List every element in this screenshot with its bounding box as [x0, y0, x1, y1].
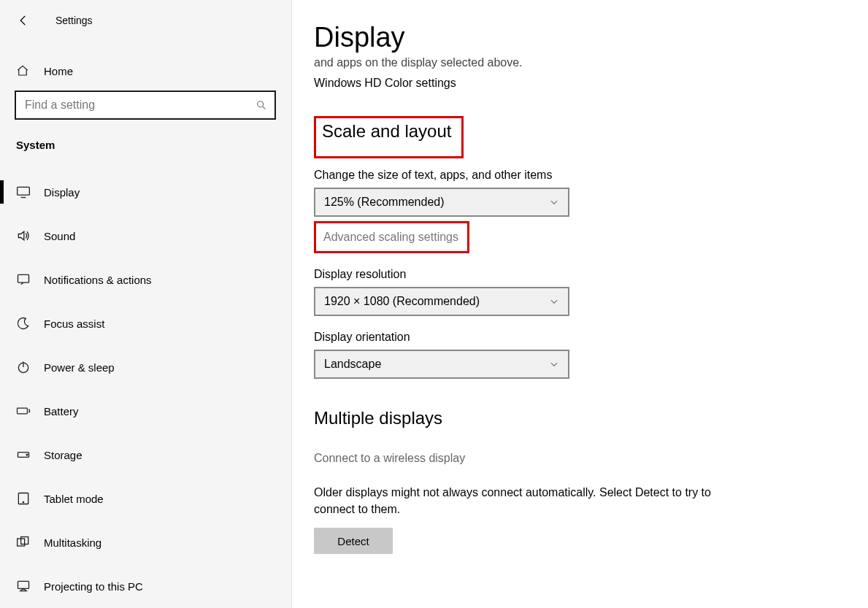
notifications-icon — [16, 272, 31, 287]
clipped-text: and apps on the display selected above. — [314, 56, 842, 69]
sound-icon — [16, 228, 31, 243]
detect-button[interactable]: Detect — [314, 528, 393, 554]
nav-label: Power & sleep — [44, 361, 115, 374]
advanced-scaling-link[interactable]: Advanced scaling settings — [323, 231, 458, 244]
content-pane: Display and apps on the display selected… — [292, 0, 868, 608]
home-label: Home — [44, 65, 73, 77]
search-box[interactable] — [15, 91, 276, 120]
projecting-icon — [16, 579, 31, 593]
back-arrow-icon — [17, 14, 30, 27]
power-icon — [16, 360, 31, 374]
resolution-value: 1920 × 1080 (Recommended) — [324, 295, 480, 308]
nav-label: Projecting to this PC — [44, 580, 143, 593]
battery-icon — [16, 404, 31, 418]
svg-point-8 — [23, 501, 23, 502]
chevron-down-icon — [549, 359, 559, 369]
connect-wireless-link[interactable]: Connect to a wireless display — [314, 452, 842, 465]
search-icon — [256, 99, 267, 111]
storage-icon — [16, 447, 31, 462]
orientation-value: Landscape — [324, 358, 381, 371]
search-input[interactable] — [25, 99, 256, 112]
app-title: Settings — [55, 15, 93, 26]
nav-label: Sound — [44, 230, 75, 242]
scale-layout-heading: Scale and layout — [322, 121, 451, 142]
page-title: Display — [314, 22, 842, 53]
multitasking-icon — [16, 535, 31, 550]
settings-sidebar: Settings Home System Display — [0, 0, 292, 608]
chevron-down-icon — [549, 296, 559, 307]
svg-rect-4 — [18, 408, 28, 414]
svg-rect-1 — [18, 187, 30, 195]
tablet-icon — [16, 491, 31, 506]
resolution-label: Display resolution — [314, 268, 842, 281]
nav-item-storage[interactable]: Storage — [0, 433, 291, 477]
nav-item-focus-assist[interactable]: Focus assist — [0, 301, 291, 345]
multiple-displays-heading: Multiple displays — [314, 408, 442, 428]
detect-label: Detect — [337, 535, 369, 547]
nav-label: Multitasking — [44, 536, 101, 549]
nav-label: Display — [44, 186, 80, 199]
category-label: System — [0, 139, 291, 151]
svg-point-0 — [258, 101, 264, 107]
nav-item-battery[interactable]: Battery — [0, 389, 291, 433]
nav-label: Battery — [44, 405, 79, 417]
svg-rect-2 — [18, 274, 29, 282]
highlight-scale-layout: Scale and layout — [314, 116, 464, 158]
scale-dropdown[interactable]: 125% (Recommended) — [314, 188, 569, 217]
focus-assist-icon — [16, 316, 31, 331]
nav-item-notifications[interactable]: Notifications & actions — [0, 258, 291, 301]
svg-point-6 — [26, 454, 28, 455]
nav-label: Tablet mode — [44, 493, 104, 505]
header-row: Settings — [0, 10, 291, 31]
home-nav[interactable]: Home — [0, 61, 291, 80]
display-icon — [16, 185, 31, 199]
nav-label: Notifications & actions — [44, 274, 152, 286]
nav-list: Display Sound Notifications & actions Fo… — [0, 170, 291, 608]
nav-item-tablet-mode[interactable]: Tablet mode — [0, 477, 291, 520]
svg-rect-11 — [18, 581, 29, 588]
hd-color-link[interactable]: Windows HD Color settings — [314, 77, 842, 90]
nav-item-power-sleep[interactable]: Power & sleep — [0, 345, 291, 389]
resolution-dropdown[interactable]: 1920 × 1080 (Recommended) — [314, 287, 569, 316]
scale-value: 125% (Recommended) — [324, 196, 445, 209]
search-container — [0, 91, 291, 120]
orientation-dropdown[interactable]: Landscape — [314, 350, 569, 379]
detect-help-text: Older displays might not always connect … — [314, 484, 723, 517]
orientation-label: Display orientation — [314, 331, 842, 344]
back-button[interactable] — [13, 10, 34, 31]
scale-label: Change the size of text, apps, and other… — [314, 169, 842, 182]
nav-item-display[interactable]: Display — [0, 170, 291, 214]
nav-label: Storage — [44, 449, 82, 461]
nav-label: Focus assist — [44, 318, 104, 330]
chevron-down-icon — [549, 197, 559, 207]
nav-item-projecting[interactable]: Projecting to this PC — [0, 564, 291, 608]
home-icon — [16, 64, 31, 77]
highlight-advanced-scaling: Advanced scaling settings — [314, 221, 469, 253]
nav-item-sound[interactable]: Sound — [0, 214, 291, 258]
nav-item-multitasking[interactable]: Multitasking — [0, 520, 291, 564]
